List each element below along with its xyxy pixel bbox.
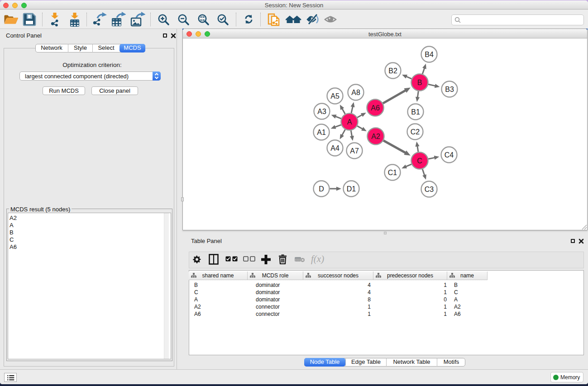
svg-text:B2: B2	[388, 67, 397, 75]
svg-text:B: B	[417, 79, 422, 86]
svg-text:D: D	[319, 185, 324, 193]
svg-text:A5: A5	[330, 92, 339, 100]
svg-text:C4: C4	[445, 151, 454, 159]
svg-text:A8: A8	[351, 89, 360, 96]
svg-text:A2: A2	[371, 133, 380, 140]
svg-text:A7: A7	[350, 147, 359, 155]
svg-text:B4: B4	[425, 51, 434, 58]
svg-text:C: C	[417, 157, 422, 165]
svg-text:A4: A4	[330, 144, 339, 152]
svg-text:B1: B1	[411, 108, 420, 116]
svg-text:A1: A1	[317, 129, 326, 136]
svg-text:B3: B3	[445, 86, 454, 93]
svg-text:A6: A6	[371, 104, 380, 112]
svg-text:A: A	[347, 118, 352, 126]
svg-text:C3: C3	[425, 186, 434, 193]
svg-text:A3: A3	[317, 108, 326, 115]
svg-text:D1: D1	[347, 185, 356, 193]
svg-text:C2: C2	[411, 128, 420, 136]
svg-text:C1: C1	[388, 169, 397, 176]
